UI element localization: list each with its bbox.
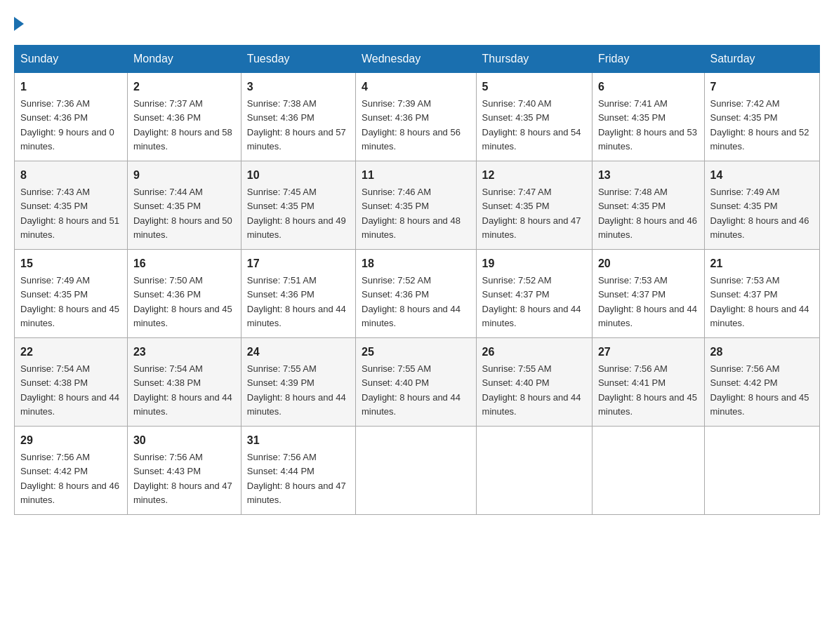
day-number: 16 <box>133 255 235 272</box>
calendar-cell: 2Sunrise: 7:37 AM Sunset: 4:36 PM Daylig… <box>127 73 241 161</box>
calendar-cell: 21Sunrise: 7:53 AM Sunset: 4:37 PM Dayli… <box>704 250 819 338</box>
day-info: Sunrise: 7:52 AM Sunset: 4:37 PM Dayligh… <box>482 275 581 328</box>
day-number: 13 <box>598 167 699 184</box>
day-info: Sunrise: 7:53 AM Sunset: 4:37 PM Dayligh… <box>598 275 697 328</box>
day-number: 21 <box>710 255 814 272</box>
day-info: Sunrise: 7:40 AM Sunset: 4:35 PM Dayligh… <box>482 98 581 152</box>
day-number: 11 <box>362 167 470 184</box>
calendar-cell: 27Sunrise: 7:56 AM Sunset: 4:41 PM Dayli… <box>592 338 704 427</box>
calendar-cell: 20Sunrise: 7:53 AM Sunset: 4:37 PM Dayli… <box>592 250 704 338</box>
calendar-cell: 3Sunrise: 7:38 AM Sunset: 4:36 PM Daylig… <box>241 73 355 161</box>
calendar-header-row: SundayMondayTuesdayWednesdayThursdayFrid… <box>15 46 820 73</box>
calendar-cell <box>704 427 819 515</box>
day-info: Sunrise: 7:56 AM Sunset: 4:42 PM Dayligh… <box>20 452 119 505</box>
day-info: Sunrise: 7:56 AM Sunset: 4:41 PM Dayligh… <box>598 363 697 417</box>
calendar-cell: 19Sunrise: 7:52 AM Sunset: 4:37 PM Dayli… <box>476 250 592 338</box>
day-info: Sunrise: 7:54 AM Sunset: 4:38 PM Dayligh… <box>133 363 232 417</box>
day-info: Sunrise: 7:54 AM Sunset: 4:38 PM Dayligh… <box>20 363 119 417</box>
day-number: 24 <box>247 344 350 361</box>
header-wednesday: Wednesday <box>356 46 477 73</box>
day-number: 9 <box>133 167 235 184</box>
day-info: Sunrise: 7:55 AM Sunset: 4:39 PM Dayligh… <box>247 363 346 417</box>
day-info: Sunrise: 7:48 AM Sunset: 4:35 PM Dayligh… <box>598 187 697 240</box>
calendar-cell: 11Sunrise: 7:46 AM Sunset: 4:35 PM Dayli… <box>356 161 477 250</box>
calendar-week-row: 1Sunrise: 7:36 AM Sunset: 4:36 PM Daylig… <box>15 73 820 161</box>
day-info: Sunrise: 7:56 AM Sunset: 4:43 PM Dayligh… <box>133 452 232 505</box>
calendar-cell: 1Sunrise: 7:36 AM Sunset: 4:36 PM Daylig… <box>15 73 128 161</box>
calendar-cell: 5Sunrise: 7:40 AM Sunset: 4:35 PM Daylig… <box>476 73 592 161</box>
calendar-cell: 26Sunrise: 7:55 AM Sunset: 4:40 PM Dayli… <box>476 338 592 427</box>
calendar-cell: 18Sunrise: 7:52 AM Sunset: 4:36 PM Dayli… <box>356 250 477 338</box>
day-number: 20 <box>598 255 699 272</box>
day-info: Sunrise: 7:45 AM Sunset: 4:35 PM Dayligh… <box>247 187 346 240</box>
day-info: Sunrise: 7:53 AM Sunset: 4:37 PM Dayligh… <box>710 275 809 328</box>
calendar-cell: 4Sunrise: 7:39 AM Sunset: 4:36 PM Daylig… <box>356 73 477 161</box>
calendar-cell: 22Sunrise: 7:54 AM Sunset: 4:38 PM Dayli… <box>15 338 128 427</box>
calendar-cell: 13Sunrise: 7:48 AM Sunset: 4:35 PM Dayli… <box>592 161 704 250</box>
day-info: Sunrise: 7:39 AM Sunset: 4:36 PM Dayligh… <box>362 98 461 152</box>
day-number: 14 <box>710 167 814 184</box>
day-info: Sunrise: 7:47 AM Sunset: 4:35 PM Dayligh… <box>482 187 581 240</box>
calendar-cell <box>592 427 704 515</box>
day-info: Sunrise: 7:55 AM Sunset: 4:40 PM Dayligh… <box>482 363 581 417</box>
header-tuesday: Tuesday <box>241 46 355 73</box>
calendar-cell: 6Sunrise: 7:41 AM Sunset: 4:35 PM Daylig… <box>592 73 704 161</box>
calendar-cell: 10Sunrise: 7:45 AM Sunset: 4:35 PM Dayli… <box>241 161 355 250</box>
day-number: 25 <box>362 344 470 361</box>
calendar-cell: 28Sunrise: 7:56 AM Sunset: 4:42 PM Dayli… <box>704 338 819 427</box>
calendar-cell: 25Sunrise: 7:55 AM Sunset: 4:40 PM Dayli… <box>356 338 477 427</box>
logo <box>14 14 24 31</box>
day-number: 17 <box>247 255 350 272</box>
day-info: Sunrise: 7:46 AM Sunset: 4:35 PM Dayligh… <box>362 187 461 240</box>
calendar-week-row: 22Sunrise: 7:54 AM Sunset: 4:38 PM Dayli… <box>15 338 820 427</box>
day-number: 5 <box>482 79 586 95</box>
day-info: Sunrise: 7:41 AM Sunset: 4:35 PM Dayligh… <box>598 98 697 152</box>
day-number: 27 <box>598 344 699 361</box>
calendar-cell <box>476 427 592 515</box>
header-saturday: Saturday <box>704 46 819 73</box>
calendar-cell: 16Sunrise: 7:50 AM Sunset: 4:36 PM Dayli… <box>127 250 241 338</box>
calendar-week-row: 8Sunrise: 7:43 AM Sunset: 4:35 PM Daylig… <box>15 161 820 250</box>
calendar-cell: 9Sunrise: 7:44 AM Sunset: 4:35 PM Daylig… <box>127 161 241 250</box>
day-number: 22 <box>20 344 121 361</box>
calendar-cell <box>356 427 477 515</box>
day-info: Sunrise: 7:50 AM Sunset: 4:36 PM Dayligh… <box>133 275 232 328</box>
day-info: Sunrise: 7:38 AM Sunset: 4:36 PM Dayligh… <box>247 98 346 152</box>
calendar-cell: 12Sunrise: 7:47 AM Sunset: 4:35 PM Dayli… <box>476 161 592 250</box>
day-info: Sunrise: 7:49 AM Sunset: 4:35 PM Dayligh… <box>20 275 119 328</box>
day-info: Sunrise: 7:43 AM Sunset: 4:35 PM Dayligh… <box>20 187 119 240</box>
header-friday: Friday <box>592 46 704 73</box>
day-info: Sunrise: 7:56 AM Sunset: 4:44 PM Dayligh… <box>247 452 346 505</box>
day-number: 18 <box>362 255 470 272</box>
day-info: Sunrise: 7:42 AM Sunset: 4:35 PM Dayligh… <box>710 98 809 152</box>
day-info: Sunrise: 7:37 AM Sunset: 4:36 PM Dayligh… <box>133 98 232 152</box>
day-number: 2 <box>133 79 235 95</box>
calendar-cell: 23Sunrise: 7:54 AM Sunset: 4:38 PM Dayli… <box>127 338 241 427</box>
day-info: Sunrise: 7:55 AM Sunset: 4:40 PM Dayligh… <box>362 363 461 417</box>
calendar-cell: 15Sunrise: 7:49 AM Sunset: 4:35 PM Dayli… <box>15 250 128 338</box>
day-number: 23 <box>133 344 235 361</box>
day-number: 26 <box>482 344 586 361</box>
day-number: 4 <box>362 79 470 95</box>
day-number: 3 <box>247 79 350 95</box>
calendar-cell: 29Sunrise: 7:56 AM Sunset: 4:42 PM Dayli… <box>15 427 128 515</box>
calendar-cell: 8Sunrise: 7:43 AM Sunset: 4:35 PM Daylig… <box>15 161 128 250</box>
calendar-cell: 30Sunrise: 7:56 AM Sunset: 4:43 PM Dayli… <box>127 427 241 515</box>
day-info: Sunrise: 7:36 AM Sunset: 4:36 PM Dayligh… <box>20 98 114 152</box>
day-number: 31 <box>247 432 350 449</box>
day-number: 7 <box>710 79 814 95</box>
day-info: Sunrise: 7:52 AM Sunset: 4:36 PM Dayligh… <box>362 275 461 328</box>
calendar-cell: 7Sunrise: 7:42 AM Sunset: 4:35 PM Daylig… <box>704 73 819 161</box>
day-number: 19 <box>482 255 586 272</box>
calendar-week-row: 29Sunrise: 7:56 AM Sunset: 4:42 PM Dayli… <box>15 427 820 515</box>
calendar-cell: 24Sunrise: 7:55 AM Sunset: 4:39 PM Dayli… <box>241 338 355 427</box>
day-number: 28 <box>710 344 814 361</box>
day-number: 6 <box>598 79 699 95</box>
header-sunday: Sunday <box>15 46 128 73</box>
calendar-cell: 17Sunrise: 7:51 AM Sunset: 4:36 PM Dayli… <box>241 250 355 338</box>
calendar-table: SundayMondayTuesdayWednesdayThursdayFrid… <box>14 45 820 515</box>
logo-arrow-icon <box>14 17 24 31</box>
day-info: Sunrise: 7:44 AM Sunset: 4:35 PM Dayligh… <box>133 187 232 240</box>
header-monday: Monday <box>127 46 241 73</box>
day-number: 15 <box>20 255 121 272</box>
